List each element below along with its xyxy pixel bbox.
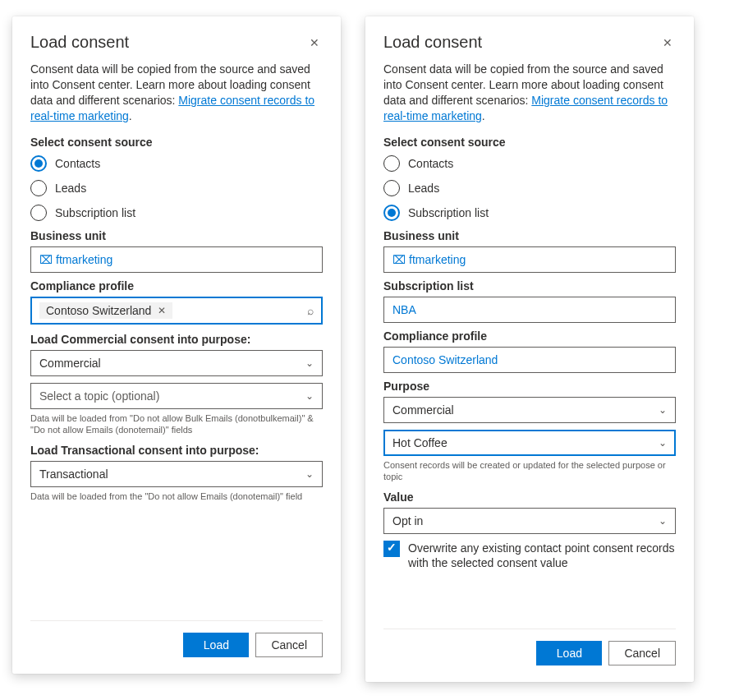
transactional-hint: Data will be loaded from the "Do not all… xyxy=(30,490,323,502)
select-value: Commercial xyxy=(392,403,454,417)
load-consent-panel-subscription: Load consent ✕ Consent data will be copi… xyxy=(365,16,694,682)
transactional-purpose-select[interactable]: Transactional ⌄ xyxy=(30,461,323,487)
chevron-down-icon: ⌄ xyxy=(659,437,667,449)
panel-title: Load consent xyxy=(30,33,129,52)
transactional-purpose-label: Load Transactional consent into purpose: xyxy=(30,444,323,457)
source-radio-group: Contacts Leads Subscription list xyxy=(30,155,323,221)
intro-post: . xyxy=(482,109,485,122)
checkbox-icon xyxy=(383,541,400,557)
source-label: Select consent source xyxy=(383,136,676,149)
commercial-topic-select[interactable]: Select a topic (optional) ⌄ xyxy=(30,383,323,409)
subscription-list-input[interactable]: NBA xyxy=(383,297,676,323)
intro-post: . xyxy=(129,109,132,122)
value-select[interactable]: Opt in ⌄ xyxy=(383,508,676,534)
compliance-profile-value: Contoso Switzerland xyxy=(392,353,498,366)
business-unit-value: ftmarketing xyxy=(409,253,466,266)
radio-label: Leads xyxy=(55,182,86,195)
chevron-down-icon: ⌄ xyxy=(305,357,314,369)
radio-label: Contacts xyxy=(408,157,453,170)
intro-text: Consent data will be copied from the sou… xyxy=(30,62,323,124)
cancel-button[interactable]: Cancel xyxy=(255,633,323,657)
panel-body: Load consent ✕ Consent data will be copi… xyxy=(30,33,323,612)
business-unit-input[interactable]: ⌧ftmarketing xyxy=(30,246,323,273)
radio-label: Leads xyxy=(408,182,439,195)
close-icon[interactable]: ✕ xyxy=(659,36,676,49)
briefcase-icon: ⌧ xyxy=(392,253,406,266)
business-unit-input[interactable]: ⌧ftmarketing xyxy=(383,246,676,273)
lookup-value: Contoso Switzerland xyxy=(46,304,151,317)
briefcase-icon: ⌧ xyxy=(39,253,53,266)
search-icon[interactable]: ⌕ xyxy=(307,304,314,317)
business-unit-label: Business unit xyxy=(30,229,323,242)
chevron-down-icon: ⌄ xyxy=(659,515,667,527)
overwrite-label: Overwrite any existing contact point con… xyxy=(408,541,676,570)
panel-header: Load consent ✕ xyxy=(30,33,323,52)
compliance-profile-input[interactable]: Contoso Switzerland xyxy=(383,347,676,373)
subscription-list-label: Subscription list xyxy=(383,279,676,292)
radio-icon xyxy=(383,205,400,221)
cancel-button[interactable]: Cancel xyxy=(608,641,676,665)
business-unit-label: Business unit xyxy=(383,229,676,242)
radio-label: Contacts xyxy=(55,157,100,170)
lookup-pill: Contoso Switzerland ✕ xyxy=(39,302,172,319)
close-icon[interactable]: ✕ xyxy=(306,36,323,49)
select-placeholder: Select a topic (optional) xyxy=(39,389,159,403)
purpose-label: Purpose xyxy=(383,380,676,393)
source-label: Select consent source xyxy=(30,136,323,149)
radio-contacts[interactable]: Contacts xyxy=(30,155,323,172)
radio-icon xyxy=(30,205,47,221)
radio-leads[interactable]: Leads xyxy=(383,180,676,196)
compliance-profile-label: Compliance profile xyxy=(30,279,323,292)
chevron-down-icon: ⌄ xyxy=(659,404,667,416)
radio-contacts[interactable]: Contacts xyxy=(383,155,676,172)
purpose-hint: Consent records will be created or updat… xyxy=(383,459,676,483)
panel-title: Load consent xyxy=(383,33,482,52)
select-value: Hot Coffee xyxy=(392,436,448,449)
panel-footer: Load Cancel xyxy=(30,620,323,657)
commercial-purpose-select[interactable]: Commercial ⌄ xyxy=(30,350,323,376)
radio-icon xyxy=(30,155,47,172)
select-value: Opt in xyxy=(392,514,423,527)
chevron-down-icon: ⌄ xyxy=(305,390,314,402)
radio-subscription-list[interactable]: Subscription list xyxy=(30,205,323,221)
radio-label: Subscription list xyxy=(408,206,489,219)
radio-label: Subscription list xyxy=(55,206,135,219)
value-label: Value xyxy=(383,490,676,504)
panel-footer: Load Cancel xyxy=(383,629,676,665)
commercial-hint: Data will be loaded from "Do not allow B… xyxy=(30,412,323,436)
overwrite-checkbox-row[interactable]: Overwrite any existing contact point con… xyxy=(383,541,676,570)
radio-subscription-list[interactable]: Subscription list xyxy=(383,205,676,221)
radio-icon xyxy=(30,180,47,196)
select-value: Commercial xyxy=(39,357,101,370)
select-value: Transactional xyxy=(39,467,108,481)
chevron-down-icon: ⌄ xyxy=(305,468,314,480)
radio-leads[interactable]: Leads xyxy=(30,180,323,196)
compliance-profile-lookup[interactable]: Contoso Switzerland ✕ ⌕ xyxy=(30,297,323,325)
compliance-profile-label: Compliance profile xyxy=(383,329,676,343)
intro-text: Consent data will be copied from the sou… xyxy=(383,62,676,124)
pill-remove-icon[interactable]: ✕ xyxy=(158,305,166,316)
radio-icon xyxy=(383,180,400,196)
subscription-list-value: NBA xyxy=(392,303,416,316)
panel-body: Load consent ✕ Consent data will be copi… xyxy=(383,33,676,620)
purpose-select[interactable]: Commercial ⌄ xyxy=(383,397,676,423)
load-consent-panel-contacts: Load consent ✕ Consent data will be copi… xyxy=(12,16,341,674)
load-button[interactable]: Load xyxy=(183,633,249,657)
load-button[interactable]: Load xyxy=(536,641,602,665)
commercial-purpose-label: Load Commercial consent into purpose: xyxy=(30,333,323,346)
source-radio-group: Contacts Leads Subscription list xyxy=(383,155,676,221)
business-unit-value: ftmarketing xyxy=(56,253,112,266)
radio-icon xyxy=(383,155,400,172)
topic-select[interactable]: Hot Coffee ⌄ xyxy=(383,430,676,456)
panel-header: Load consent ✕ xyxy=(383,33,676,52)
